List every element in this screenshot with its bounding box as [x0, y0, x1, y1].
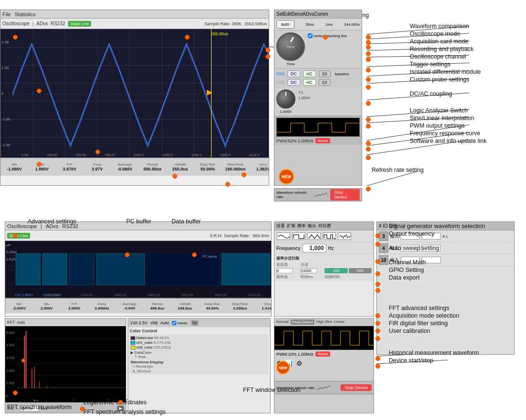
label-gpio: GPIO Setting: [389, 267, 424, 273]
io-num-4: 4: [379, 243, 388, 253]
io-diy-panel: # IO DIY 3 输入 K L 4 输入 10 输入: [376, 221, 515, 355]
pwm-label-bottom: PWM:10% 1.00kHz: [276, 352, 314, 357]
ch2-label: CH2: [276, 80, 285, 85]
osc-menubar[interactable]: File Statistics: [0, 10, 269, 19]
stop-device-btn-bottom[interactable]: Stop Device: [341, 384, 372, 391]
pwm-section: PWM:52% 1.00kHz Reset: [274, 116, 362, 145]
label-sig-gen-waveform: Signal generator waveform selection: [389, 223, 485, 230]
menu-file[interactable]: File: [2, 11, 11, 17]
label-custom-probe: Custom probe settings: [410, 76, 469, 83]
shape-triangle[interactable]: [307, 232, 321, 240]
dot-acq-card: [366, 45, 371, 50]
dot-voltage-gear: [172, 174, 177, 179]
new-badge-circle-top: NEW: [279, 169, 294, 184]
fft-axis-label: Axis: [17, 320, 25, 325]
shape-sine[interactable]: [277, 232, 290, 240]
stop-device-btn-top[interactable]: Stop Device: [330, 189, 360, 200]
fft-peak-dot: [21, 359, 25, 362]
tab-deco[interactable]: Deco: [292, 11, 303, 17]
shape-square[interactable]: [292, 232, 305, 240]
dot-fft-spec-wave: [13, 390, 18, 395]
fft-color-section: Color Control DataColor 65,33,51 ch1_col…: [128, 327, 270, 376]
dot-user-calib: [375, 336, 380, 341]
dot-output-freq: [375, 242, 380, 247]
label-refresh-rate: Refresh rate setting: [372, 167, 424, 173]
label-logic-analyzer: Logic Analyzer Switch: [410, 107, 468, 114]
marks-check[interactable]: [172, 321, 176, 325]
label-osc-channel: Oscilloscope channel: [410, 53, 466, 60]
normal-btn[interactable]: Normal: [276, 320, 289, 325]
freq-unit: Hz: [328, 246, 334, 251]
shape-pulse[interactable]: [323, 232, 336, 240]
ch2-1x-btn[interactable]: 1X: [319, 79, 331, 86]
ch-1x-btn[interactable]: 1X: [319, 70, 331, 77]
settings-icon-bottom[interactable]: ⚙: [296, 360, 303, 367]
tab-output[interactable]: 输出: [308, 223, 316, 229]
high-res-btn[interactable]: High-Res: [316, 320, 332, 325]
freq-value[interactable]: 1,000: [303, 244, 326, 252]
meas-width: +Width 250.0us: [168, 162, 192, 171]
osc-toolbar: Oscilloscope | ADvs RS232 State Live Sam…: [0, 19, 269, 29]
label-data-export: Data export: [389, 274, 420, 281]
freq-display: Frequency 1,000 Hz: [274, 242, 374, 254]
dot-auto-sweep: [375, 259, 380, 264]
sweep-interval-btn[interactable]: 500: [349, 268, 372, 273]
voltage-knob[interactable]: [276, 90, 295, 109]
acq-mode-row: Normal Peak-Detect High-Res Linear: [274, 319, 374, 326]
vertical-dashing-label[interactable]: vertical dashing line: [308, 33, 359, 38]
reset-btn[interactable]: Reset: [315, 138, 330, 143]
ch-dc-btn[interactable]: DC: [287, 70, 300, 77]
fft-ctrl-ch[interactable]: 1VA 2.5V: [130, 320, 148, 325]
dot-fft-advanced: [375, 313, 380, 318]
vertical-dashing-check[interactable]: [308, 33, 313, 38]
dot-persistence: [95, 150, 100, 154]
sample-rate-label: Sample Rate: 200K: [204, 21, 242, 26]
tab-comparison[interactable]: 对比图: [318, 223, 331, 229]
state-live-badge: State Live: [68, 21, 91, 27]
time-value-3: 244.000s: [344, 22, 360, 27]
ch2-ac-btn[interactable]: AC: [303, 79, 316, 86]
ch2-dc-btn[interactable]: DC: [287, 79, 300, 86]
label-dc-ac: DC/AC coupling: [410, 90, 452, 97]
dot-log-coords: [80, 407, 85, 411]
label-freq-response: Frequency response curve: [410, 130, 480, 137]
sweep-end[interactable]: [301, 268, 317, 273]
ch-ac-btn[interactable]: AC: [303, 70, 316, 77]
sweep-start-btn[interactable]: 100: [324, 268, 348, 273]
dot-buffer: [242, 172, 246, 177]
tab-script[interactable]: 脚本: [297, 223, 306, 229]
fft-ctrl-auto[interactable]: Auto: [160, 320, 169, 325]
time-knob[interactable]: Time: [276, 32, 305, 61]
bot-state-live: State Live: [7, 233, 30, 239]
meas-avg: Average -0.060V: [113, 162, 137, 171]
reset-btn-bottom[interactable]: Reset: [315, 351, 330, 357]
refresh-label: Waveform refresh rate:: [276, 190, 313, 199]
linear-btn[interactable]: Linear: [334, 320, 344, 325]
tab-advs[interactable]: ADvs: [303, 11, 314, 17]
fft-label: FFT: [7, 320, 15, 325]
dot-freq-resp: [366, 147, 371, 151]
shape-noise[interactable]: [338, 232, 351, 240]
peak-detect-btn[interactable]: Peak-Detect: [291, 320, 314, 325]
auto-btn[interactable]: auto: [276, 20, 294, 29]
label-advanced-settings: Advanced settings: [28, 218, 76, 225]
label-sine-linear: Sine/Linear Interpolation: [410, 115, 475, 121]
menu-statistics[interactable]: Statistics: [15, 11, 36, 17]
sweep-start[interactable]: [276, 268, 293, 273]
fft-tab[interactable]: fzt: [191, 320, 199, 326]
label-data-buffer: Data buffer: [172, 218, 201, 225]
waveform-svg: [12, 29, 269, 158]
tab-sel[interactable]: Sel: [276, 11, 283, 17]
dot-logic: [366, 117, 371, 122]
tab-extension[interactable]: 扩展: [287, 223, 295, 229]
channel-section: CH1 DC AC 1X baseline CH2 DC AC 1X: [274, 68, 362, 88]
tab-comm[interactable]: Comm: [314, 11, 328, 17]
dot-cursor-ruler: [265, 54, 270, 59]
osc-bot-toolbar: State Live S.R.M. Sample Rate: 669.9ms: [5, 230, 271, 241]
fft-ctrl-ch2[interactable]: ch8: [151, 320, 158, 325]
tab-settings[interactable]: 设置: [276, 223, 285, 229]
dot-acq-mode: [375, 321, 380, 326]
dot-auto-meas: [225, 182, 230, 187]
dot-fft-window: [118, 400, 123, 405]
tab-edit[interactable]: Edit: [283, 11, 291, 17]
